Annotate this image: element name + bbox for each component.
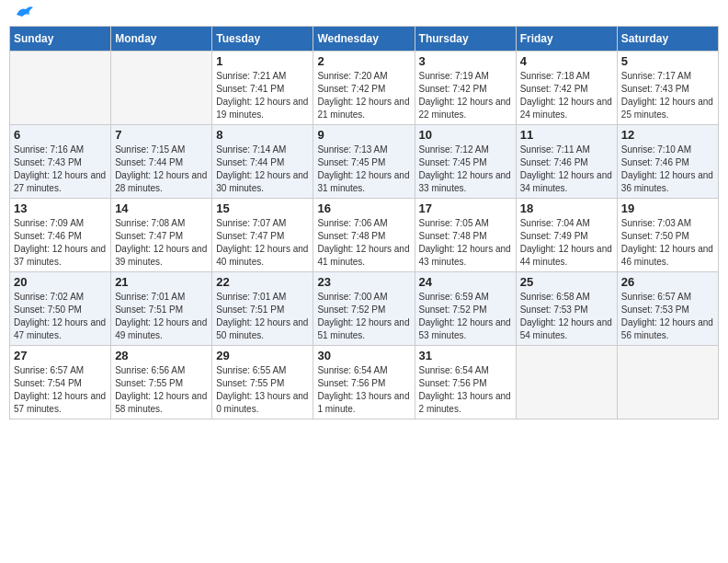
day-number: 20 — [14, 275, 107, 289]
day-info: Sunrise: 7:02 AM Sunset: 7:50 PM Dayligh… — [14, 291, 107, 342]
calendar-cell: 4Sunrise: 7:18 AM Sunset: 7:42 PM Daylig… — [516, 52, 617, 125]
calendar-week-3: 13Sunrise: 7:09 AM Sunset: 7:46 PM Dayli… — [10, 199, 719, 272]
day-info: Sunrise: 7:10 AM Sunset: 7:46 PM Dayligh… — [621, 144, 714, 195]
calendar-cell: 16Sunrise: 7:06 AM Sunset: 7:48 PM Dayli… — [313, 199, 415, 272]
day-info: Sunrise: 7:16 AM Sunset: 7:43 PM Dayligh… — [14, 144, 107, 195]
calendar-cell: 18Sunrise: 7:04 AM Sunset: 7:49 PM Dayli… — [516, 199, 617, 272]
day-info: Sunrise: 7:07 AM Sunset: 7:47 PM Dayligh… — [216, 217, 309, 269]
calendar-cell: 29Sunrise: 6:55 AM Sunset: 7:55 PM Dayli… — [212, 346, 313, 419]
calendar-cell: 24Sunrise: 6:59 AM Sunset: 7:52 PM Dayli… — [415, 272, 516, 346]
day-header-wednesday: Wednesday — [313, 27, 415, 52]
day-number: 13 — [14, 201, 107, 215]
calendar-cell: 30Sunrise: 6:54 AM Sunset: 7:56 PM Dayli… — [313, 346, 415, 419]
calendar-cell: 19Sunrise: 7:03 AM Sunset: 7:50 PM Dayli… — [617, 199, 718, 272]
day-number: 23 — [317, 275, 410, 289]
day-info: Sunrise: 7:20 AM Sunset: 7:42 PM Dayligh… — [317, 70, 410, 121]
calendar-cell: 6Sunrise: 7:16 AM Sunset: 7:43 PM Daylig… — [10, 125, 111, 199]
calendar-cell: 26Sunrise: 6:57 AM Sunset: 7:53 PM Dayli… — [617, 272, 718, 346]
day-info: Sunrise: 6:55 AM Sunset: 7:55 PM Dayligh… — [216, 364, 309, 416]
day-number: 17 — [419, 201, 512, 215]
day-info: Sunrise: 6:54 AM Sunset: 7:56 PM Dayligh… — [419, 364, 512, 416]
day-info: Sunrise: 7:12 AM Sunset: 7:45 PM Dayligh… — [419, 144, 512, 195]
day-number: 27 — [14, 349, 107, 362]
calendar-cell: 10Sunrise: 7:12 AM Sunset: 7:45 PM Dayli… — [415, 125, 516, 199]
day-info: Sunrise: 6:56 AM Sunset: 7:55 PM Dayligh… — [115, 364, 208, 416]
day-number: 24 — [419, 275, 512, 289]
day-number: 29 — [216, 349, 309, 362]
day-info: Sunrise: 7:15 AM Sunset: 7:44 PM Dayligh… — [115, 144, 208, 195]
calendar-cell: 2Sunrise: 7:20 AM Sunset: 7:42 PM Daylig… — [313, 52, 415, 125]
day-info: Sunrise: 7:09 AM Sunset: 7:46 PM Dayligh… — [14, 217, 107, 269]
day-info: Sunrise: 7:03 AM Sunset: 7:50 PM Dayligh… — [621, 217, 714, 269]
day-number: 3 — [419, 54, 512, 68]
day-number: 14 — [115, 201, 208, 215]
day-info: Sunrise: 7:01 AM Sunset: 7:51 PM Dayligh… — [216, 291, 309, 342]
logo — [13, 9, 35, 18]
day-number: 7 — [115, 128, 208, 142]
day-number: 18 — [520, 201, 613, 215]
calendar-cell: 17Sunrise: 7:05 AM Sunset: 7:48 PM Dayli… — [415, 199, 516, 272]
day-header-sunday: Sunday — [10, 27, 111, 52]
calendar-week-2: 6Sunrise: 7:16 AM Sunset: 7:43 PM Daylig… — [10, 125, 719, 199]
day-number: 22 — [216, 275, 309, 289]
calendar-cell: 28Sunrise: 6:56 AM Sunset: 7:55 PM Dayli… — [111, 346, 212, 419]
day-number: 16 — [317, 201, 410, 215]
day-info: Sunrise: 7:05 AM Sunset: 7:48 PM Dayligh… — [419, 217, 512, 269]
day-header-monday: Monday — [111, 27, 212, 52]
day-info: Sunrise: 7:19 AM Sunset: 7:42 PM Dayligh… — [419, 70, 512, 121]
day-number: 19 — [621, 201, 714, 215]
day-info: Sunrise: 7:00 AM Sunset: 7:52 PM Dayligh… — [317, 291, 410, 342]
day-info: Sunrise: 6:58 AM Sunset: 7:53 PM Dayligh… — [520, 291, 613, 342]
calendar-header-row: SundayMondayTuesdayWednesdayThursdayFrid… — [10, 27, 719, 52]
calendar-cell — [10, 52, 111, 125]
day-number: 15 — [216, 201, 309, 215]
calendar-cell — [617, 346, 718, 419]
day-number: 2 — [317, 54, 410, 68]
calendar-cell: 14Sunrise: 7:08 AM Sunset: 7:47 PM Dayli… — [111, 199, 212, 272]
calendar-cell: 5Sunrise: 7:17 AM Sunset: 7:43 PM Daylig… — [617, 52, 718, 125]
calendar-cell: 25Sunrise: 6:58 AM Sunset: 7:53 PM Dayli… — [516, 272, 617, 346]
page-header — [9, 9, 719, 18]
day-number: 1 — [216, 54, 309, 68]
calendar-cell: 3Sunrise: 7:19 AM Sunset: 7:42 PM Daylig… — [415, 52, 516, 125]
day-number: 21 — [115, 275, 208, 289]
calendar-cell: 8Sunrise: 7:14 AM Sunset: 7:44 PM Daylig… — [212, 125, 313, 199]
calendar-cell: 7Sunrise: 7:15 AM Sunset: 7:44 PM Daylig… — [111, 125, 212, 199]
calendar-cell: 22Sunrise: 7:01 AM Sunset: 7:51 PM Dayli… — [212, 272, 313, 346]
day-number: 5 — [621, 54, 714, 68]
day-info: Sunrise: 7:18 AM Sunset: 7:42 PM Dayligh… — [520, 70, 613, 121]
day-info: Sunrise: 6:57 AM Sunset: 7:54 PM Dayligh… — [14, 364, 107, 416]
calendar-cell: 11Sunrise: 7:11 AM Sunset: 7:46 PM Dayli… — [516, 125, 617, 199]
calendar-cell: 31Sunrise: 6:54 AM Sunset: 7:56 PM Dayli… — [415, 346, 516, 419]
calendar-week-5: 27Sunrise: 6:57 AM Sunset: 7:54 PM Dayli… — [10, 346, 719, 419]
calendar-cell: 23Sunrise: 7:00 AM Sunset: 7:52 PM Dayli… — [313, 272, 415, 346]
day-info: Sunrise: 6:54 AM Sunset: 7:56 PM Dayligh… — [317, 364, 410, 416]
calendar-cell: 27Sunrise: 6:57 AM Sunset: 7:54 PM Dayli… — [10, 346, 111, 419]
day-info: Sunrise: 7:21 AM Sunset: 7:41 PM Dayligh… — [216, 70, 309, 121]
day-number: 31 — [419, 349, 512, 362]
day-number: 25 — [520, 275, 613, 289]
calendar-cell: 21Sunrise: 7:01 AM Sunset: 7:51 PM Dayli… — [111, 272, 212, 346]
calendar-week-1: 1Sunrise: 7:21 AM Sunset: 7:41 PM Daylig… — [10, 52, 719, 125]
day-header-thursday: Thursday — [415, 27, 516, 52]
day-number: 11 — [520, 128, 613, 142]
logo-bird-icon — [15, 6, 35, 22]
calendar-week-4: 20Sunrise: 7:02 AM Sunset: 7:50 PM Dayli… — [10, 272, 719, 346]
day-number: 28 — [115, 349, 208, 362]
day-number: 8 — [216, 128, 309, 142]
calendar-table: SundayMondayTuesdayWednesdayThursdayFrid… — [9, 26, 719, 419]
day-number: 30 — [317, 349, 410, 362]
day-info: Sunrise: 7:17 AM Sunset: 7:43 PM Dayligh… — [621, 70, 714, 121]
calendar-cell — [516, 346, 617, 419]
calendar-cell: 15Sunrise: 7:07 AM Sunset: 7:47 PM Dayli… — [212, 199, 313, 272]
day-number: 12 — [621, 128, 714, 142]
day-info: Sunrise: 6:59 AM Sunset: 7:52 PM Dayligh… — [419, 291, 512, 342]
day-number: 6 — [14, 128, 107, 142]
day-number: 9 — [317, 128, 410, 142]
day-number: 26 — [621, 275, 714, 289]
calendar-cell: 1Sunrise: 7:21 AM Sunset: 7:41 PM Daylig… — [212, 52, 313, 125]
day-info: Sunrise: 7:06 AM Sunset: 7:48 PM Dayligh… — [317, 217, 410, 269]
calendar-cell: 20Sunrise: 7:02 AM Sunset: 7:50 PM Dayli… — [10, 272, 111, 346]
day-number: 4 — [520, 54, 613, 68]
calendar-cell: 13Sunrise: 7:09 AM Sunset: 7:46 PM Dayli… — [10, 199, 111, 272]
